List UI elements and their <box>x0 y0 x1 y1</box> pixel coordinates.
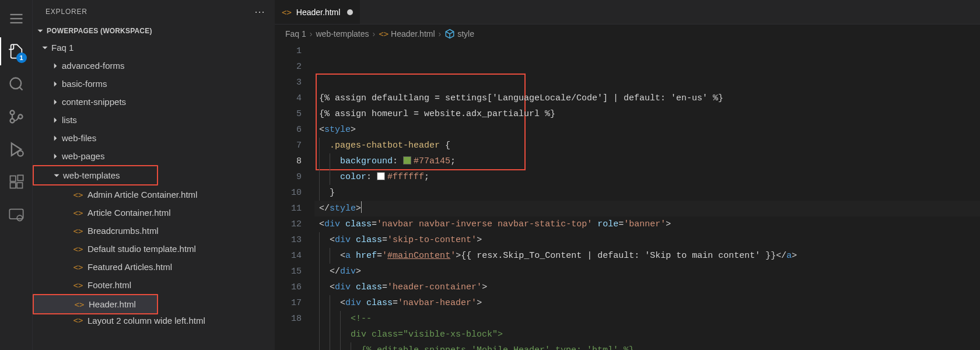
breadcrumb-symbol[interactable]: style <box>444 29 474 39</box>
line-number: 17 <box>275 295 302 311</box>
folder-item[interactable]: Faq 1 <box>33 38 275 57</box>
chevron-right-icon <box>50 115 61 125</box>
code-line[interactable]: div class="visible-xs-block"> <box>314 327 980 342</box>
extensions-icon[interactable] <box>0 166 33 198</box>
tree-item-label: Breadcrumbs.html <box>88 226 159 236</box>
chevron-right-icon <box>50 61 61 71</box>
file-item[interactable]: <>Header.html <box>34 295 157 313</box>
tree-item-label: Faq 1 <box>51 43 74 52</box>
tree-item-label: web-pages <box>62 151 104 161</box>
sidebar-more-icon[interactable]: ⋯ <box>254 5 265 18</box>
svg-rect-14 <box>9 209 23 219</box>
line-number: 1 <box>275 43 302 59</box>
chevron-down-icon <box>35 26 46 36</box>
file-item[interactable]: <>Article Container.html <box>33 204 275 222</box>
tree-item-label: lists <box>62 115 77 125</box>
code-line[interactable]: } <box>314 185 980 201</box>
line-number: 8 <box>275 153 302 169</box>
line-number: 16 <box>275 279 302 295</box>
code-line[interactable]: {% editable snippets 'Mobile Header' typ… <box>314 342 980 350</box>
editor-group: <> Header.html Faq 1 › web-templates › <… <box>275 0 980 350</box>
html-file-icon: <> <box>379 29 388 38</box>
remote-icon[interactable] <box>0 198 33 231</box>
code-line[interactable]: {% assign homeurl = website.adx_partialu… <box>314 106 980 122</box>
activity-bar: 1 <box>0 0 33 350</box>
tree-item-label: content-snippets <box>62 97 126 107</box>
line-number: 6 <box>275 122 302 138</box>
tree-item-label: advanced-forms <box>62 61 125 71</box>
chevron-right-icon <box>50 79 61 89</box>
file-item[interactable]: <>Default studio template.html <box>33 240 275 258</box>
chevron-right-icon <box>50 133 61 144</box>
code-line[interactable]: {% assign defaultlang = settings['Langua… <box>314 90 980 106</box>
svg-point-5 <box>10 111 14 115</box>
chevron-right-icon <box>50 151 61 162</box>
html-file-icon: <> <box>72 262 84 272</box>
html-file-icon: <> <box>72 281 84 290</box>
line-number: 4 <box>275 90 302 106</box>
line-number: 11 <box>275 201 302 216</box>
code-line[interactable]: <style> <box>314 122 980 138</box>
code-line[interactable]: <div class='header-container'> <box>314 279 980 295</box>
code-line[interactable]: .pages-chatbot-header { <box>314 138 980 153</box>
tree-item-label: Article Container.html <box>88 208 171 218</box>
chevron-right-icon: › <box>310 29 313 38</box>
code-line[interactable]: color: #ffffff; <box>314 169 980 185</box>
folder-item[interactable]: web-templates <box>34 166 157 184</box>
code-line[interactable]: <div class='navbar navbar-inverse navbar… <box>314 216 980 232</box>
code-line[interactable]: <div class='navbar-header'> <box>314 295 980 311</box>
dirty-indicator-icon <box>347 9 353 15</box>
file-item[interactable]: <>Featured Articles.html <box>33 258 275 276</box>
menu-icon[interactable] <box>0 2 33 35</box>
tab-bar: <> Header.html <box>275 0 980 24</box>
folder-item[interactable]: advanced-forms <box>33 57 275 75</box>
folder-item[interactable]: lists <box>33 111 275 129</box>
file-item[interactable]: <>Footer.html <box>33 276 275 294</box>
code-line[interactable]: <a href='#mainContent'>{{ resx.Skip_To_C… <box>314 248 980 264</box>
svg-point-3 <box>10 78 21 89</box>
tree-item-label: Featured Articles.html <box>88 262 172 272</box>
code-line[interactable]: </div> <box>314 264 980 279</box>
code-area[interactable]: {% assign defaultlang = settings['Langua… <box>314 43 980 350</box>
line-number: 12 <box>275 216 302 232</box>
folder-item[interactable]: basic-forms <box>33 75 275 93</box>
chevron-right-icon <box>50 97 61 107</box>
breadcrumb-item[interactable]: web-templates <box>316 29 369 38</box>
source-control-icon[interactable] <box>0 100 33 133</box>
chevron-right-icon: › <box>373 29 376 38</box>
breadcrumb-item[interactable]: Faq 1 <box>285 29 306 38</box>
section-label: POWERPAGES (WORKSPACE) <box>47 27 152 35</box>
html-file-icon: <> <box>282 8 292 17</box>
line-number: 15 <box>275 264 302 279</box>
code-line[interactable]: background: #77a145; <box>314 153 980 169</box>
code-editor[interactable]: 123456789101112131415161718 {% assign de… <box>275 43 980 350</box>
breadcrumb-item[interactable]: <>Header.html <box>379 29 435 38</box>
files-icon[interactable]: 1 <box>0 35 33 68</box>
folder-item[interactable]: web-pages <box>33 147 275 165</box>
search-icon[interactable] <box>0 68 33 100</box>
folder-item[interactable]: content-snippets <box>33 93 275 111</box>
section-header[interactable]: POWERPAGES (WORKSPACE) <box>33 23 275 38</box>
sidebar: EXPLORER ⋯ POWERPAGES (WORKSPACE) Faq 1a… <box>33 0 275 350</box>
file-tree: Faq 1advanced-formsbasic-formscontent-sn… <box>33 38 275 331</box>
chevron-down-icon <box>51 170 62 181</box>
folder-item[interactable]: web-files <box>33 129 275 147</box>
svg-rect-12 <box>17 183 22 188</box>
code-line[interactable]: </style> <box>314 201 980 216</box>
code-line[interactable]: <!-- <box>314 311 980 327</box>
tab-header-html[interactable]: <> Header.html <box>275 0 360 24</box>
svg-rect-10 <box>10 176 15 181</box>
html-file-icon: <> <box>72 190 84 200</box>
line-number: 7 <box>275 138 302 153</box>
file-item[interactable]: <>Breadcrumbs.html <box>33 222 275 240</box>
line-number: 9 <box>275 169 302 185</box>
line-number: 3 <box>275 75 302 90</box>
svg-point-9 <box>18 150 23 156</box>
file-item[interactable]: <>Admin Article Container.html <box>33 186 275 204</box>
line-number: 2 <box>275 59 302 75</box>
run-debug-icon[interactable] <box>0 133 33 166</box>
file-item[interactable]: <>Layout 2 column wide left.html <box>33 314 275 326</box>
breadcrumb: Faq 1 › web-templates › <>Header.html › … <box>275 24 980 43</box>
code-line[interactable]: <div class='skip-to-content'> <box>314 232 980 248</box>
svg-rect-13 <box>18 175 23 180</box>
